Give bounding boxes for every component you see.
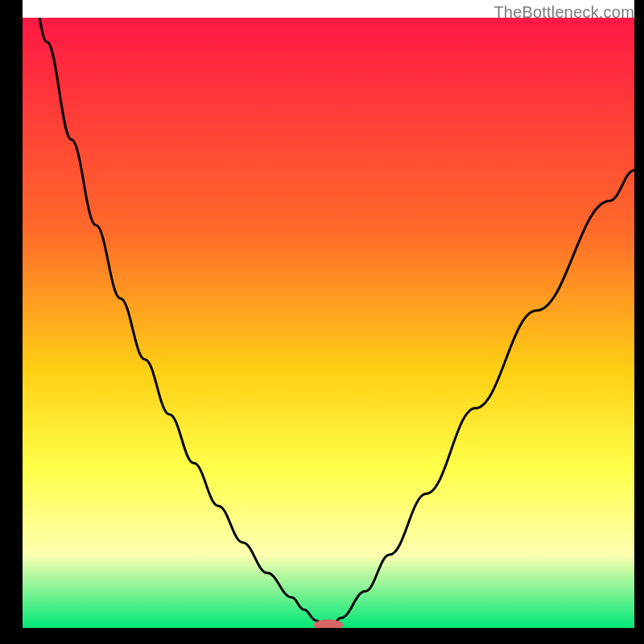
- attribution-watermark: TheBottleneck.com: [493, 3, 634, 22]
- bottleneck-chart: [0, 0, 644, 644]
- frame-left: [0, 0, 23, 644]
- plot-area: [23, 0, 634, 630]
- gradient-background: [23, 18, 634, 628]
- frame-bottom: [0, 628, 644, 644]
- frame-right: [634, 0, 644, 644]
